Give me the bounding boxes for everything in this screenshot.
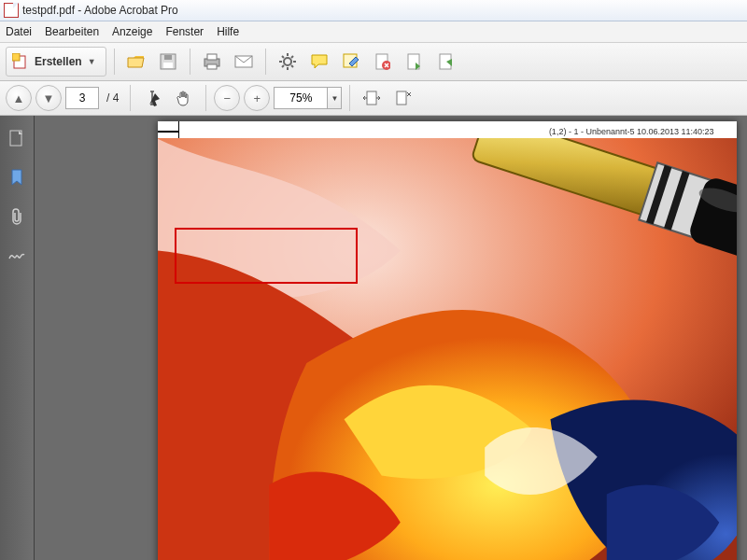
menu-fenster[interactable]: Fenster (165, 25, 204, 38)
document-area[interactable]: (1,2) - 1 - Unbenannt-5 10.06.2013 11:40… (35, 116, 747, 560)
separator (114, 49, 115, 75)
share-page-button[interactable] (432, 48, 460, 76)
arrow-down-icon: ▼ (43, 91, 55, 105)
page-image (158, 138, 737, 560)
svg-rect-23 (367, 91, 376, 105)
svg-rect-24 (397, 91, 406, 105)
svg-rect-3 (163, 63, 173, 68)
svg-point-9 (284, 58, 291, 65)
chevron-down-icon: ▼ (88, 57, 96, 66)
printer-icon (203, 53, 221, 70)
delete-page-button[interactable] (369, 48, 397, 76)
speech-bubble-icon (311, 54, 328, 69)
paperclip-icon (10, 208, 23, 225)
folder-open-icon (127, 54, 146, 69)
pdf-page: (1,2) - 1 - Unbenannt-5 10.06.2013 11:40… (158, 121, 737, 560)
settings-button[interactable] (274, 48, 302, 76)
fit-width-button[interactable] (358, 84, 386, 112)
page-thumbnails-icon (9, 130, 24, 147)
export-page-button[interactable] (401, 48, 429, 76)
separator (130, 85, 131, 111)
create-pdf-icon (12, 53, 29, 70)
separator (265, 49, 266, 75)
next-page-button[interactable]: ▼ (35, 85, 62, 111)
create-button[interactable]: Erstellen ▼ (6, 47, 106, 77)
menu-datei[interactable]: Datei (6, 25, 32, 38)
page-export-icon (407, 53, 422, 70)
workspace: (1,2) - 1 - Unbenannt-5 10.06.2013 11:40… (0, 116, 747, 560)
comment-button[interactable] (305, 48, 333, 76)
hand-icon (176, 90, 192, 106)
svg-rect-4 (164, 55, 172, 60)
minus-icon: − (224, 91, 232, 105)
menu-hilfe[interactable]: Hilfe (217, 25, 239, 38)
page-number-input[interactable] (65, 87, 99, 109)
navigation-pane (0, 116, 35, 560)
gear-icon (279, 53, 296, 70)
text-cursor-icon (144, 90, 161, 106)
svg-line-17 (282, 65, 284, 67)
bookmark-icon (10, 169, 23, 186)
envelope-icon (234, 55, 253, 68)
signatures-panel-button[interactable] (7, 246, 26, 265)
open-button[interactable] (122, 48, 150, 76)
hand-tool-button[interactable] (170, 84, 198, 112)
svg-line-14 (282, 56, 284, 58)
attachments-panel-button[interactable] (7, 207, 26, 226)
note-edit-icon (343, 53, 359, 70)
signature-icon (8, 249, 25, 262)
email-button[interactable] (230, 48, 258, 76)
separator (190, 49, 190, 75)
svg-rect-7 (207, 64, 217, 69)
zoom-out-button[interactable]: − (214, 85, 240, 111)
menu-anzeige[interactable]: Anzeige (112, 25, 152, 38)
create-label: Erstellen (35, 55, 82, 68)
titlebar: testpdf.pdf - Adobe Acrobat Pro (0, 0, 747, 21)
pdf-file-icon (4, 3, 19, 18)
svg-line-15 (291, 65, 293, 67)
prev-page-button[interactable]: ▲ (6, 85, 32, 111)
fit-width-icon (362, 90, 381, 106)
page-stamp-text: (1,2) - 1 - Unbenannt-5 10.06.2013 11:40… (549, 127, 714, 136)
toolbar-nav: ▲ ▼ / 4 − + 75% ▼ (0, 81, 747, 116)
separator (349, 85, 350, 111)
select-tool-button[interactable] (138, 84, 166, 112)
bookmarks-panel-button[interactable] (7, 168, 26, 187)
zoom-dropdown[interactable]: ▼ (328, 87, 342, 109)
fit-page-button[interactable] (389, 84, 417, 112)
floppy-disk-icon (160, 53, 176, 70)
menubar: Datei Bearbeiten Anzeige Fenster Hilfe (0, 21, 747, 43)
fit-page-icon (394, 90, 413, 106)
print-button[interactable] (198, 48, 226, 76)
menu-bearbeiten[interactable]: Bearbeiten (45, 25, 99, 38)
separator (205, 85, 206, 111)
zoom-in-button[interactable]: + (244, 85, 270, 111)
toolbar-main: Erstellen ▼ (0, 43, 747, 81)
page-total-label: / 4 (106, 91, 119, 105)
svg-line-16 (291, 56, 293, 58)
save-button[interactable] (154, 48, 182, 76)
arrow-up-icon: ▲ (13, 91, 25, 105)
chevron-down-icon: ▼ (331, 94, 338, 103)
thumbnails-panel-button[interactable] (7, 129, 26, 147)
window-title: testpdf.pdf - Adobe Acrobat Pro (22, 4, 178, 17)
svg-rect-6 (207, 54, 217, 60)
zoom-value[interactable]: 75% (274, 87, 328, 109)
edit-comment-button[interactable] (337, 48, 365, 76)
page-share-icon (439, 53, 454, 70)
svg-rect-1 (12, 53, 20, 61)
plus-icon: + (254, 91, 261, 105)
page-delete-icon (375, 53, 390, 70)
